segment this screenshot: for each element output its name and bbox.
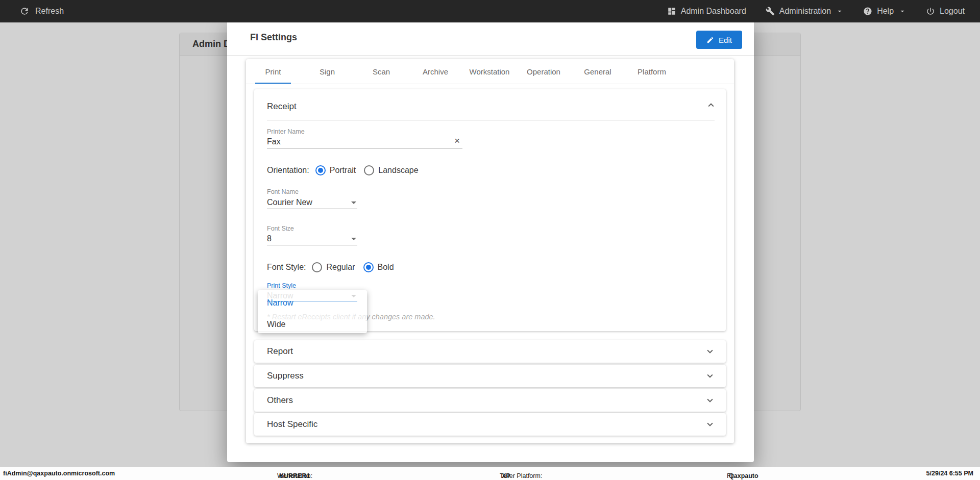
host-specific-section[interactable]: Host Specific: [254, 413, 726, 436]
tab-archive[interactable]: Archive: [408, 59, 462, 84]
landscape-radio-label[interactable]: Landscape: [378, 166, 418, 175]
divider: [227, 55, 754, 56]
tab-general[interactable]: General: [571, 59, 625, 84]
tab-sign[interactable]: Sign: [300, 59, 354, 84]
bold-radio[interactable]: [363, 262, 374, 272]
admin-dashboard-link[interactable]: Admin Dashboard: [667, 7, 746, 16]
tab-workstation[interactable]: Workstation: [462, 59, 517, 84]
refresh-button[interactable]: Refresh: [19, 6, 64, 16]
expand-chevron-icon: [704, 419, 716, 430]
font-name-select[interactable]: Courier New: [267, 198, 312, 207]
edit-button-label: Edit: [719, 36, 732, 44]
input-underline: [267, 209, 357, 209]
tab-print[interactable]: Print: [246, 59, 300, 84]
refresh-label: Refresh: [35, 7, 64, 16]
tab-operation[interactable]: Operation: [517, 59, 571, 84]
others-section-title: Others: [267, 395, 293, 406]
portrait-radio[interactable]: [315, 165, 326, 175]
tab-bar: Print Sign Scan Archive Workstation Oper…: [246, 59, 734, 84]
administration-menu[interactable]: Administration: [766, 7, 844, 16]
datetime: 5/29/24 6:55 PM: [926, 470, 973, 477]
tab-scan[interactable]: Scan: [354, 59, 408, 84]
power-icon: [926, 7, 935, 16]
settings-card: Print Sign Scan Archive Workstation Oper…: [246, 59, 734, 443]
report-section[interactable]: Report: [254, 340, 726, 363]
font-style-radio-group: Font Style: Regular Bold: [267, 262, 402, 273]
logout-label: Logout: [940, 7, 965, 16]
divider: [267, 120, 715, 121]
landscape-radio[interactable]: [364, 165, 374, 175]
chevron-down-icon: [836, 7, 844, 15]
collapse-chevron-icon[interactable]: [705, 99, 717, 113]
status-bar: fiAdmin@qaxpauto.onmicrosoft.com Worksta…: [0, 467, 980, 480]
fi-value: Qaxpauto: [729, 472, 758, 479]
screen: Refresh Admin Dashboard Administration H…: [0, 0, 980, 480]
workstation-value: KURRER1: [279, 472, 310, 479]
clear-icon[interactable]: ×: [454, 135, 460, 146]
top-bar-menu: Admin Dashboard Administration Help Logo…: [667, 7, 965, 16]
font-size-select[interactable]: 8: [267, 234, 272, 243]
top-bar: Refresh Admin Dashboard Administration H…: [0, 0, 980, 22]
help-label: Help: [877, 7, 894, 16]
report-section-title: Report: [267, 346, 293, 357]
portrait-radio-label[interactable]: Portrait: [330, 166, 356, 175]
suppress-section[interactable]: Suppress: [254, 365, 726, 387]
logout-button[interactable]: Logout: [926, 7, 965, 16]
print-style-label: Print Style: [267, 282, 296, 289]
others-section[interactable]: Others: [254, 389, 726, 412]
wrench-icon: [766, 7, 775, 16]
font-style-label: Font Style:: [267, 263, 306, 272]
dialog-title: FI Settings: [250, 32, 297, 43]
administration-label: Administration: [779, 7, 831, 16]
suppress-section-title: Suppress: [267, 371, 304, 381]
teller-platform-value: XP: [502, 472, 510, 479]
dashboard-grid-icon: [667, 7, 676, 16]
admin-dashboard-label: Admin Dashboard: [681, 7, 746, 16]
help-icon: [863, 7, 872, 16]
logged-in-user: fiAdmin@qaxpauto.onmicrosoft.com: [3, 470, 115, 477]
bold-radio-label[interactable]: Bold: [378, 263, 394, 272]
expand-chevron-icon: [704, 370, 716, 382]
regular-radio[interactable]: [312, 262, 322, 272]
refresh-icon: [19, 6, 30, 16]
regular-radio-label[interactable]: Regular: [326, 263, 355, 272]
input-underline: [267, 245, 357, 245]
edit-button[interactable]: Edit: [696, 31, 742, 49]
expand-chevron-icon: [704, 395, 716, 406]
print-style-dropdown: Narrow Wide: [258, 290, 367, 333]
pencil-icon: [706, 36, 714, 44]
host-specific-section-title: Host Specific: [267, 419, 317, 430]
expand-chevron-icon: [704, 346, 716, 357]
font-name-label: Font Name: [267, 188, 299, 195]
printer-name-input[interactable]: Fax: [267, 137, 281, 146]
printer-name-label: Printer Name: [267, 128, 305, 135]
orientation-radio-group: Orientation: Portrait Landscape: [267, 165, 427, 176]
fi-settings-dialog: FI Settings Edit Print Sign Scan Archive…: [227, 19, 754, 462]
chevron-down-icon: [898, 7, 906, 15]
help-menu[interactable]: Help: [863, 7, 906, 16]
receipt-section-title: Receipt: [267, 102, 297, 112]
option-narrow[interactable]: Narrow: [267, 298, 293, 308]
orientation-label: Orientation:: [267, 166, 309, 175]
font-size-label: Font Size: [267, 225, 294, 232]
receipt-section: Receipt Printer Name Fax × Orientation: …: [254, 89, 726, 331]
tab-platform[interactable]: Platform: [625, 59, 679, 84]
option-wide[interactable]: Wide: [267, 320, 285, 329]
dropdown-arrow-icon[interactable]: [351, 238, 356, 240]
dropdown-arrow-icon[interactable]: [351, 201, 356, 204]
input-underline: [267, 148, 462, 148]
